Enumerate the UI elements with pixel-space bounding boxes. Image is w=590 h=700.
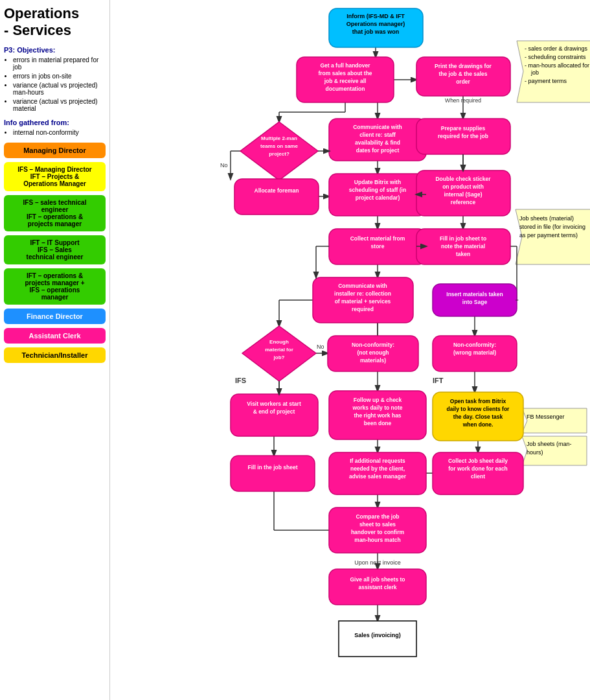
svg-text:Non-conformity:: Non-conformity:: [352, 342, 394, 348]
page-title: Operations- Services: [4, 5, 106, 40]
svg-text:(wrong material): (wrong material): [453, 349, 496, 356]
svg-text:- sales order & drawings: - sales order & drawings: [525, 45, 588, 52]
svg-text:Enough: Enough: [269, 339, 289, 345]
svg-text:note the material: note the material: [441, 243, 485, 250]
svg-text:from sales about the: from sales about the: [318, 70, 372, 76]
svg-text:dates for project: dates for project: [356, 147, 400, 154]
svg-text:order: order: [456, 78, 470, 85]
svg-text:documentation: documentation: [326, 86, 365, 92]
svg-text:When required: When required: [445, 97, 481, 104]
svg-text:daily to know clients for: daily to know clients for: [447, 406, 510, 412]
svg-text:Sales (invoicing): Sales (invoicing): [354, 632, 401, 638]
svg-text:Non-conformity:: Non-conformity:: [453, 342, 496, 348]
svg-text:Multiple 2-man: Multiple 2-man: [261, 135, 297, 141]
svg-text:teams on same: teams on same: [260, 143, 298, 149]
svg-text:Insert materials taken: Insert materials taken: [446, 291, 503, 298]
svg-text:client re: staff: client re: staff: [359, 132, 396, 138]
svg-marker-10: [522, 408, 587, 433]
svg-text:Job sheets (material): Job sheets (material): [519, 215, 574, 222]
svg-text:for work done for each: for work done for each: [448, 465, 508, 472]
svg-text:No: No: [317, 344, 324, 350]
role-ifs-sales-ift-ops: IFS – sales technical engineerIFT – oper…: [4, 195, 106, 231]
svg-text:material for: material for: [265, 347, 293, 353]
svg-text:Collect Job sheet daily: Collect Job sheet daily: [448, 458, 508, 464]
info-item: internal non-conformity: [13, 129, 106, 136]
svg-text:the right work has: the right work has: [354, 412, 401, 419]
svg-text:man-hours match: man-hours match: [354, 537, 400, 543]
svg-text:Open task from Bitrix: Open task from Bitrix: [450, 398, 506, 404]
svg-text:project?: project?: [269, 151, 289, 157]
role-technician-installer: Technician/Installer: [4, 347, 106, 363]
svg-text:Job sheets (man-: Job sheets (man-: [527, 441, 572, 447]
svg-text:job & receive all: job & receive all: [324, 78, 367, 84]
svg-text:assistant clerk: assistant clerk: [358, 584, 396, 590]
info-list: internal non-conformity: [4, 129, 106, 136]
svg-text:Communicate with: Communicate with: [353, 124, 402, 130]
svg-text:reference: reference: [451, 199, 476, 205]
svg-text:works daily to note: works daily to note: [352, 404, 403, 411]
objectives-list: errors in material prepared for job erro…: [4, 56, 106, 112]
role-ift-ops-ifs-ops: IFT – operations &projects manager +IFS …: [4, 268, 106, 305]
info-label: Info gathered from:: [4, 119, 106, 126]
flowchart-svg: - sales order & drawings - scheduling co…: [115, 5, 590, 692]
objective-item: errors in material prepared for job: [13, 56, 106, 71]
svg-text:(not enough: (not enough: [357, 349, 389, 356]
svg-text:sheet to sales: sheet to sales: [359, 521, 396, 528]
svg-text:the job & the sales: the job & the sales: [438, 71, 487, 77]
svg-text:advise sales manager: advise sales manager: [349, 473, 407, 480]
svg-text:required for the job: required for the job: [438, 133, 488, 139]
svg-text:that job was won: that job was won: [352, 29, 400, 35]
svg-rect-160: [339, 621, 416, 657]
svg-text:Fill in job sheet to: Fill in job sheet to: [440, 235, 486, 242]
svg-text:Operations manager): Operations manager): [346, 21, 405, 27]
svg-text:Fill in the job sheet: Fill in the job sheet: [248, 464, 298, 471]
svg-text:of material + services: of material + services: [335, 298, 391, 305]
svg-text:installer re: collection: installer re: collection: [334, 290, 391, 297]
svg-text:been done: been done: [364, 420, 392, 426]
svg-text:job?: job?: [273, 355, 285, 360]
svg-text:IFT: IFT: [433, 377, 444, 384]
svg-text:when done.: when done.: [462, 421, 494, 428]
objective-item: variance (actual vs projected) man-hours: [13, 82, 106, 96]
svg-text:Visit workers at start: Visit workers at start: [247, 401, 301, 407]
svg-text:job: job: [530, 69, 539, 76]
role-ifs-md-ift-pm: IFS – Managing DirectorIFT – Projects &O…: [4, 162, 106, 191]
svg-text:internal (Sage): internal (Sage): [444, 191, 482, 198]
svg-text:stored in file (for invoicing: stored in file (for invoicing: [519, 224, 585, 230]
objective-item: errors in jobs on-site: [13, 73, 106, 80]
svg-text:as per payment terms): as per payment terms): [519, 232, 578, 239]
svg-text:Get a full handover: Get a full handover: [321, 62, 371, 69]
svg-text:IFS: IFS: [235, 377, 246, 384]
svg-text:client: client: [471, 473, 485, 480]
svg-text:hours): hours): [527, 449, 543, 456]
role-finance-director: Finance Director: [4, 309, 106, 324]
svg-text:handover to confirm: handover to confirm: [351, 529, 405, 535]
svg-text:Inform (IFS-MD & IFT: Inform (IFS-MD & IFT: [346, 13, 405, 19]
role-ift-it-ifs-sales: IFT – IT SupportIFS – Salestechnical eng…: [4, 235, 106, 264]
svg-text:availability & find: availability & find: [355, 139, 400, 146]
svg-text:the day. Close task: the day. Close task: [453, 414, 503, 420]
svg-text:Prepare supplies: Prepare supplies: [441, 125, 486, 132]
svg-text:- payment terms: - payment terms: [525, 78, 567, 84]
svg-text:Give all job sheets to: Give all job sheets to: [350, 576, 405, 583]
svg-text:Compare the job: Compare the job: [356, 513, 399, 520]
svg-text:scheduling of staff (in: scheduling of staff (in: [349, 187, 406, 193]
svg-rect-90: [234, 179, 319, 215]
svg-text:Follow up & check: Follow up & check: [354, 397, 402, 403]
flowchart-area: - sales order & drawings - scheduling co…: [110, 0, 590, 700]
svg-text:materials): materials): [360, 357, 386, 364]
sidebar: Operations- Services P3: Objectives: err…: [0, 0, 110, 700]
svg-text:project calendar): project calendar): [356, 194, 400, 201]
svg-text:& end of project: & end of project: [253, 408, 295, 415]
svg-text:If additional requests: If additional requests: [350, 458, 405, 464]
svg-text:Collect material from: Collect material from: [350, 235, 405, 242]
svg-text:- man-hours allocated for: - man-hours allocated for: [525, 62, 589, 69]
objectives-label: P3: Objectives:: [4, 46, 106, 54]
svg-text:Print the drawings for: Print the drawings for: [435, 63, 492, 69]
svg-text:taken: taken: [456, 251, 470, 257]
svg-marker-117: [242, 326, 316, 381]
svg-text:on product with: on product with: [442, 183, 484, 190]
svg-text:No: No: [220, 162, 228, 169]
svg-text:required: required: [352, 306, 374, 312]
role-managing-director: Managing Director: [4, 143, 106, 158]
